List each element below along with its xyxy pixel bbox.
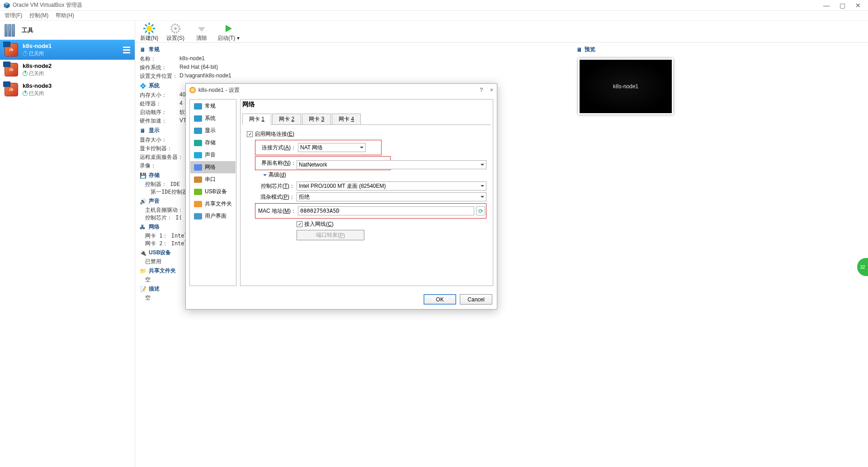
enable-network-checkbox[interactable]: ✓ (247, 131, 253, 137)
menu-help[interactable]: 帮助(H) (53, 11, 77, 20)
dialog-side-serial[interactable]: 串口 (190, 173, 236, 186)
discard-button[interactable]: 清除 (191, 23, 212, 42)
cable-connected-checkbox[interactable]: ✓ (297, 221, 302, 227)
mac-address-label: MAC 地址(M)： (256, 207, 298, 215)
toolbar: 新建(N) 设置(S) 清除 启动(T) ▾ (135, 21, 868, 43)
adapter-tab-4[interactable]: 网卡 4 (332, 114, 361, 125)
dialog-side-usb[interactable]: USB设备 (190, 186, 236, 198)
cable-connected-label: 接入网线(C) (304, 220, 334, 228)
network-icon: 🖧 (140, 224, 146, 230)
vm-item-k8s-node3[interactable]: rh k8s-node3 已关闭 (0, 80, 135, 100)
start-button[interactable]: 启动(T) ▾ (217, 23, 240, 42)
adapter-tabs: 网卡 1网卡 2网卡 3网卡 4 (241, 111, 493, 124)
preview-header: 🖥预览 (575, 44, 865, 55)
power-icon (23, 71, 28, 76)
mac-address-input[interactable] (298, 206, 474, 215)
vm-sidebar: 工具 rh k8s-node1 已关闭 rh k8s-node2 已关闭 rh … (0, 21, 135, 467)
vm-item-k8s-node2[interactable]: rh k8s-node2 已关闭 (0, 60, 135, 80)
dialog-help-button[interactable]: ? (480, 87, 483, 93)
vm-state: 已关闭 (23, 50, 52, 57)
interface-name-select[interactable]: NatNetwork (297, 160, 486, 169)
tools-icon (5, 24, 17, 37)
monitor-icon: 🖥 (140, 47, 146, 53)
vm-name: k8s-node1 (23, 43, 52, 50)
adapter-type-select[interactable]: Intel PRO/1000 MT 桌面 (82540EM) (297, 181, 486, 191)
vm-item-k8s-node1[interactable]: rh k8s-node1 已关闭 (0, 40, 135, 60)
menu-manage[interactable]: 管理(F) (2, 11, 25, 20)
dialog-gear-icon (189, 87, 196, 93)
redhat-os-icon: rh (5, 83, 18, 96)
start-label: 启动(T) ▾ (217, 34, 240, 42)
usb-icon: 🔌 (140, 250, 146, 256)
category-icon (194, 201, 202, 207)
dialog-side-display[interactable]: 显示 (190, 124, 236, 137)
minimize-button[interactable]: — (823, 2, 830, 9)
dialog-category-list: 常规系统显示存储声音网络串口USB设备共享文件夹用户界面 (189, 99, 236, 286)
gear-icon (170, 23, 181, 34)
promisc-label: 混杂模式(P)： (255, 193, 297, 201)
category-icon (194, 152, 202, 158)
category-icon (194, 115, 202, 122)
dialog-title: k8s-node1 - 设置 (198, 86, 240, 94)
dialog-side-ui[interactable]: 用户界面 (190, 210, 236, 222)
start-icon (222, 23, 234, 34)
sidebar-tools[interactable]: 工具 (0, 21, 135, 40)
adapter-type-label: 控制芯片(T)： (255, 182, 297, 190)
ok-button[interactable]: OK (424, 294, 456, 305)
maximize-button[interactable]: ▢ (840, 2, 845, 9)
settings-button[interactable]: 设置(S) (165, 23, 186, 42)
svg-line-10 (145, 31, 147, 33)
dialog-side-audio[interactable]: 声音 (190, 149, 236, 161)
category-icon (194, 176, 202, 183)
general-name-value: k8s-node1 (179, 55, 205, 63)
advanced-toggle[interactable]: 高级(d) (263, 171, 486, 179)
tools-label: 工具 (22, 26, 33, 34)
svg-line-9 (151, 31, 153, 33)
dialog-side-system[interactable]: 系统 (190, 112, 236, 124)
desc-icon: 📝 (140, 286, 146, 292)
vm-menu-button[interactable] (120, 47, 130, 53)
general-cfg-label: 设置文件位置： (140, 72, 179, 80)
attached-to-select[interactable]: NAT 网络 (298, 143, 366, 152)
preview-thumbnail[interactable]: k8s-node1 (578, 58, 673, 114)
section-general[interactable]: 🖥常规 (138, 44, 571, 55)
discard-label: 清除 (196, 34, 207, 42)
port-forwarding-button[interactable]: 端口转发(P) (297, 230, 364, 240)
svg-point-3 (146, 26, 152, 31)
power-icon (23, 51, 28, 56)
vm-name: k8s-node2 (23, 62, 52, 70)
dialog-close-button[interactable]: × (490, 87, 493, 93)
adapter-tab-2[interactable]: 网卡 2 (272, 114, 301, 125)
vm-state: 已关闭 (23, 90, 52, 96)
storage-icon: 💾 (140, 172, 146, 179)
redhat-os-icon: rh (5, 63, 18, 76)
display-icon: 🖥 (140, 128, 146, 134)
category-icon (194, 140, 202, 146)
new-button[interactable]: 新建(N) (139, 23, 160, 42)
vm-name: k8s-node3 (23, 82, 52, 90)
category-icon (194, 189, 202, 195)
general-name-label: 名称： (140, 55, 179, 63)
folder-icon: 📁 (140, 268, 146, 274)
category-icon (194, 128, 202, 134)
dialog-side-network[interactable]: 网络 (190, 161, 236, 173)
cancel-button[interactable]: Cancel (460, 294, 492, 305)
promisc-select[interactable]: 拒绝 (297, 192, 486, 201)
close-button[interactable]: ✕ (855, 2, 861, 9)
adapter-tab-3[interactable]: 网卡 3 (302, 114, 331, 125)
category-icon (194, 164, 202, 171)
dialog-side-general[interactable]: 常规 (190, 100, 236, 112)
general-cfg-value: D:\vagrant\k8s-node1 (179, 72, 231, 80)
category-icon (194, 213, 202, 219)
mac-refresh-button[interactable]: ⟳ (476, 206, 485, 215)
adapter-tab-1[interactable]: 网卡 1 (242, 114, 271, 125)
svg-line-11 (151, 24, 153, 26)
dialog-side-shared[interactable]: 共享文件夹 (190, 198, 236, 210)
menu-control[interactable]: 控制(M) (27, 11, 51, 20)
dialog-panel-title: 网络 (240, 99, 493, 111)
dialog-side-storage[interactable]: 存储 (190, 137, 236, 149)
sun-icon (143, 23, 155, 34)
discard-icon (196, 23, 208, 34)
category-icon (194, 103, 202, 110)
audio-icon: 🔊 (140, 198, 146, 205)
